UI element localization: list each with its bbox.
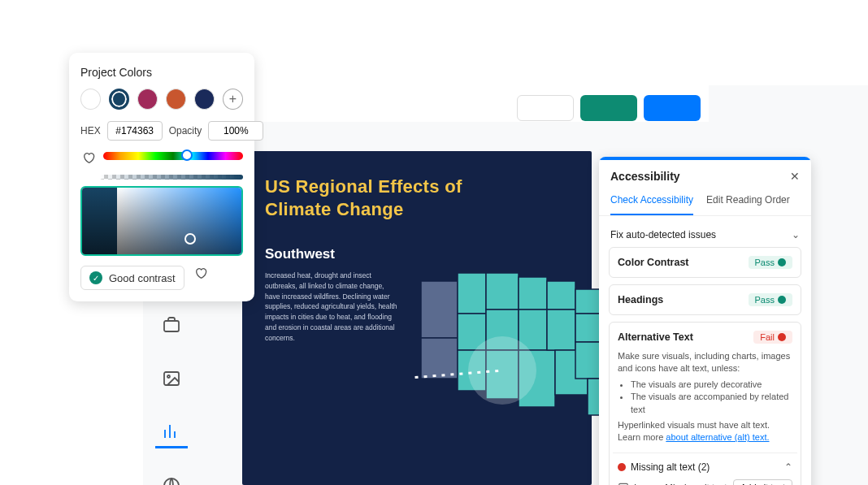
check-name: Alternative Text (618, 331, 693, 343)
alt-bullet-2: The visuals are accompanied by related t… (631, 391, 792, 416)
status-badge: Pass (749, 293, 792, 306)
swatch-navy[interactable] (109, 89, 129, 110)
slide-title-line2: Climate Change (265, 199, 403, 219)
check-headings[interactable]: Headings Pass (609, 284, 801, 315)
fix-issues-toggle[interactable]: Fix auto-detected issues ⌄ (609, 224, 801, 247)
heart-icon (82, 151, 95, 164)
hue-row (80, 149, 243, 167)
left-sidebar (143, 309, 200, 485)
learn-more-link[interactable]: about alternative (alt) text. (666, 432, 769, 442)
alpha-slider[interactable] (100, 175, 243, 180)
chart-icon (162, 422, 181, 441)
svg-rect-16 (547, 310, 575, 350)
badge-text: Pass (755, 258, 775, 267)
contrast-chip: Good contrast (80, 266, 184, 290)
svg-rect-12 (519, 277, 547, 310)
add-alt-text-button[interactable]: Add alt text (733, 479, 792, 485)
check-name: Headings (618, 294, 663, 305)
chevron-up-icon: ⌃ (784, 461, 792, 473)
swatch-darkblue[interactable] (194, 89, 215, 110)
color-panel-title: Project Colors (80, 66, 243, 79)
check-color-contrast[interactable]: Color Contrast Pass (609, 247, 801, 278)
sidebar-photos[interactable] (155, 362, 188, 395)
sl-cursor[interactable] (184, 233, 196, 245)
status-badge: Fail (753, 331, 792, 344)
hue-thumb[interactable] (181, 149, 193, 161)
check-icon (89, 271, 102, 284)
swatch-magenta[interactable] (137, 89, 158, 110)
alt-bullet-1: The visuals are purely decorative (631, 379, 792, 391)
plus-icon: + (229, 92, 237, 106)
swatch-add[interactable]: + (223, 89, 243, 110)
svg-rect-6 (458, 273, 486, 314)
svg-rect-9 (486, 273, 519, 310)
missing-alt-label: Missing alt text (2) (631, 461, 710, 473)
learn-prefix: Learn more (618, 432, 666, 442)
image-icon (162, 369, 181, 388)
color-swatch-row: + (80, 89, 243, 110)
status-badge: Pass (749, 256, 792, 269)
pass-icon (778, 296, 786, 304)
swatch-white[interactable] (80, 89, 101, 110)
sidebar-templates[interactable] (155, 309, 188, 341)
hue-slider[interactable] (103, 152, 243, 160)
toolbar-button-share[interactable] (580, 95, 637, 121)
alt-text-description: Make sure visuals, including charts, ima… (618, 350, 792, 444)
svg-rect-1 (164, 372, 179, 385)
toolbar-button-primary[interactable] (644, 95, 701, 121)
chevron-down-icon: ⌄ (792, 229, 800, 240)
slide-canvas[interactable]: US Regional Effects of Climate Change So… (242, 151, 592, 485)
close-icon: ✕ (790, 170, 800, 183)
opacity-input[interactable] (208, 121, 263, 141)
slide-title-line1: US Regional Effects of (265, 176, 462, 197)
saturation-lightness-picker[interactable] (80, 186, 243, 256)
svg-point-2 (167, 375, 170, 378)
badge-text: Fail (760, 332, 775, 342)
tab-check-accessibility[interactable]: Check Accessibility (610, 189, 693, 215)
missing-alt-item: Image: Missing alt text Add alt text (618, 479, 792, 485)
badge-text: Pass (755, 295, 775, 305)
a11y-title: Accessibility (610, 170, 680, 183)
swatch-orange[interactable] (166, 89, 186, 110)
a11y-header: Accessibility ✕ (599, 160, 811, 189)
close-button[interactable]: ✕ (790, 170, 800, 183)
a11y-body: Fix auto-detected issues ⌄ Color Contras… (599, 216, 811, 485)
alt-linked-rule: Hyperlinked visuals must have alt text. (618, 419, 792, 431)
svg-rect-15 (547, 281, 575, 310)
color-panel: Project Colors + HEX Opacity Good contra… (69, 53, 254, 301)
hex-input[interactable] (107, 121, 163, 141)
alpha-row (80, 175, 243, 180)
svg-rect-5 (421, 338, 458, 379)
toolbar-button-secondary[interactable] (517, 95, 574, 121)
heart-icon (194, 266, 207, 279)
slide-body-text: Increased heat, drought and insect outbr… (265, 271, 399, 343)
slide-title: US Regional Effects of Climate Change (265, 175, 569, 220)
favorite-color-button[interactable] (80, 149, 97, 166)
svg-rect-4 (421, 281, 458, 338)
check-alt-text: Alternative Text Fail Make sure visuals,… (609, 322, 801, 485)
sidebar-maps[interactable] (155, 470, 188, 485)
hex-label: HEX (80, 125, 101, 136)
briefcase-icon (162, 315, 181, 335)
missing-alt-header[interactable]: Missing alt text (2) ⌃ (618, 461, 792, 473)
hex-opacity-row: HEX Opacity (80, 121, 243, 141)
fail-icon (618, 463, 626, 471)
fail-icon (778, 333, 786, 341)
accessibility-panel: Accessibility ✕ Check Accessibility Edit… (599, 157, 811, 485)
toolbar-actions (517, 95, 701, 121)
a11y-tabs: Check Accessibility Edit Reading Order (599, 189, 811, 216)
pass-icon (778, 258, 786, 266)
sidebar-charts[interactable] (155, 416, 188, 448)
divider (613, 453, 797, 453)
globe-icon (162, 476, 181, 485)
check-name: Color Contrast (618, 257, 689, 268)
alt-desc-intro: Make sure visuals, including charts, ima… (618, 351, 790, 373)
favorite-contrast-button[interactable] (193, 265, 209, 281)
svg-rect-0 (164, 321, 179, 331)
image-icon (618, 482, 629, 485)
opacity-label: Opacity (169, 125, 202, 136)
fix-issues-label: Fix auto-detected issues (610, 229, 716, 240)
contrast-label: Good contrast (109, 272, 176, 284)
tab-reading-order[interactable]: Edit Reading Order (706, 189, 790, 215)
